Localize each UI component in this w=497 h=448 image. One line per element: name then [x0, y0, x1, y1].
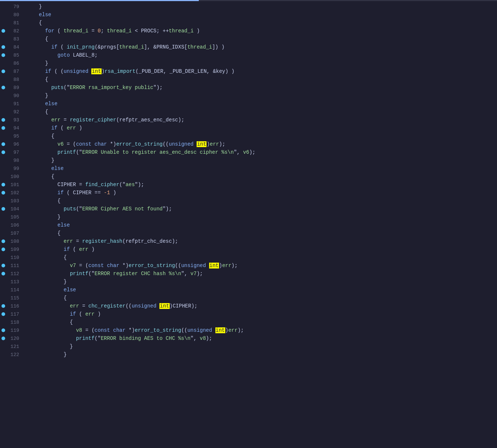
line-gutter: 90: [0, 93, 22, 99]
line-gutter: 105: [0, 214, 22, 220]
line-gutter: 100: [0, 174, 22, 179]
breakpoint-dot[interactable]: [1, 304, 5, 308]
breakpoint-dot[interactable]: [1, 312, 5, 316]
token-kw: unsigned: [132, 303, 156, 309]
line-number: 91: [8, 101, 19, 107]
token-cyan-fn: find_cipher: [85, 182, 119, 188]
token-str: ERROR Unable to register aes_enc_desc ci…: [82, 149, 234, 155]
code-content: }: [22, 60, 497, 66]
breakpoint-dot[interactable]: [1, 45, 5, 49]
token-plain: (: [70, 246, 79, 252]
token-highlight: int: [215, 327, 225, 333]
breakpoint-dot[interactable]: [1, 272, 5, 275]
token-plain: ], &: [144, 44, 156, 50]
token-plain: [27, 311, 70, 317]
breakpoint-dot[interactable]: [1, 191, 5, 195]
token-plain: );: [206, 335, 212, 341]
table-row: 94 if ( err ): [0, 124, 497, 132]
token-plain: [27, 222, 57, 228]
breakpoint-dot[interactable]: [1, 86, 5, 89]
token-plain: CIPHER: [73, 190, 91, 196]
table-row: 109 if ( err ): [0, 245, 497, 253]
code-content: {: [22, 230, 497, 236]
token-punct: {: [27, 109, 48, 115]
breakpoint-dot[interactable]: [1, 248, 5, 251]
code-content: err = register_cipher(refptr_aes_enc_des…: [22, 117, 497, 123]
line-number: 94: [8, 125, 19, 131]
breakpoint-dot[interactable]: [1, 126, 5, 130]
line-number: 115: [8, 295, 19, 301]
token-plain: (_PUB_DER, _PUB_DER_LEN, &: [135, 68, 216, 74]
token-cyan-fn: register_cipher: [70, 117, 116, 123]
token-str: ERROR register CHC hash %s\n: [95, 271, 181, 277]
breakpoint-dot[interactable]: [1, 337, 5, 340]
table-row: 105 }: [0, 213, 497, 221]
token-plain: [27, 68, 45, 74]
code-content: puts("ERROR Cipher AES not found");: [22, 206, 497, 212]
token-plain: ): [207, 141, 209, 147]
token-plain: ",: [181, 271, 190, 277]
line-number: 104: [8, 206, 19, 212]
token-green-var: err: [210, 141, 219, 147]
code-content: {: [22, 109, 497, 115]
token-plain: CIPHER: [57, 182, 76, 188]
breakpoint-dot[interactable]: [1, 239, 5, 243]
line-number: 80: [8, 12, 19, 18]
token-plain: [27, 263, 70, 269]
token-punct: {: [27, 133, 54, 139]
token-cyan-fn: printf: [57, 149, 76, 155]
line-number: 97: [8, 150, 19, 155]
line-gutter: 117: [0, 312, 22, 317]
line-number: 105: [8, 214, 19, 220]
line-gutter: 79: [0, 4, 22, 10]
line-number: 79: [8, 4, 19, 10]
breakpoint-dot[interactable]: [1, 142, 5, 146]
code-content: {: [22, 255, 497, 260]
table-row: 90 }: [0, 92, 497, 100]
table-row: 116 err = chc_register((unsigned int)CIP…: [0, 302, 497, 310]
token-plain: refptr_chc_desc: [126, 238, 172, 244]
token-kw: const: [88, 263, 104, 269]
table-row: 98 }: [0, 156, 497, 164]
line-gutter: 104: [0, 206, 22, 212]
breakpoint-dot[interactable]: [1, 207, 5, 211]
token-green-var: thread_i: [64, 28, 88, 34]
breakpoint-dot[interactable]: [1, 264, 5, 267]
token-plain: (: [122, 238, 125, 244]
line-gutter: 96: [0, 142, 22, 147]
table-row: 91 else: [0, 100, 497, 108]
line-number: 98: [8, 158, 19, 163]
token-str: ERROR binding AES: [101, 335, 156, 341]
line-number: 117: [8, 312, 19, 317]
line-gutter: 91: [0, 101, 22, 107]
breakpoint-dot[interactable]: [1, 118, 5, 122]
breakpoint-dot[interactable]: [1, 328, 5, 332]
token-plain: [212, 327, 215, 333]
line-number: 90: [8, 93, 19, 99]
token-green-var: err: [70, 303, 79, 309]
table-row: 88 {: [0, 75, 497, 83]
line-gutter: 101: [0, 182, 22, 188]
table-row: 115 {: [0, 294, 497, 302]
breakpoint-dot[interactable]: [1, 53, 5, 57]
line-number: 108: [8, 239, 19, 244]
table-row: 111 v7 = (const char *)error_to_string((…: [0, 262, 497, 270]
line-number: 86: [8, 61, 19, 66]
token-punct: {: [27, 319, 73, 325]
line-gutter: 116: [0, 303, 22, 309]
breakpoint-dot[interactable]: [1, 29, 5, 33]
table-row: 80 else: [0, 11, 497, 19]
token-plain: (: [57, 125, 67, 131]
line-gutter: 118: [0, 320, 22, 325]
code-content: else: [22, 166, 497, 171]
breakpoint-dot[interactable]: [1, 150, 5, 154]
token-kw: if: [51, 44, 57, 50]
breakpoint-dot[interactable]: [1, 183, 5, 186]
breakpoint-dot[interactable]: [1, 70, 5, 73]
token-plain: [: [116, 44, 119, 50]
token-green-var: err: [67, 125, 76, 131]
token-cyan-fn: rsa_import: [105, 68, 135, 74]
token-plain: [27, 101, 45, 107]
table-row: 104 puts("ERROR Cipher AES not found");: [0, 205, 497, 213]
token-plain: );: [191, 303, 197, 309]
